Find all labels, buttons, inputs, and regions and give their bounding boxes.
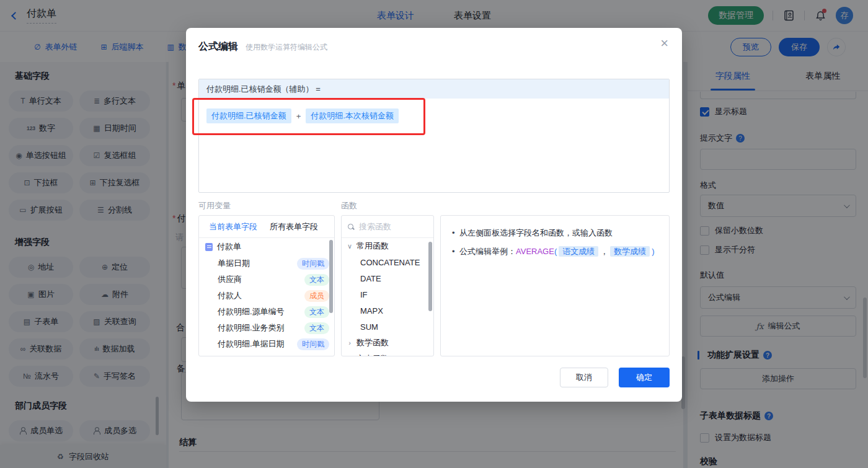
tips-panel: 从左侧面板选择字段名和函数，或输入函数 公式编辑举例：AVERAGE(语文成绩，… [440, 215, 670, 356]
modal-header: 公式编辑 使用数学运算符编辑公式 [198, 40, 327, 53]
example-field-chip: 语文成绩 [559, 246, 598, 257]
modal-subtitle: 使用数学运算符编辑公式 [246, 42, 327, 53]
chevron-open-icon: ∨ [347, 242, 353, 250]
close-icon[interactable]: × [660, 37, 668, 50]
function-search-box[interactable]: 搜索函数 [342, 216, 433, 238]
function-group-math[interactable]: › 数学函数 [342, 335, 433, 351]
variable-row[interactable]: 付款明细.单据日期 时间戳 [199, 336, 334, 352]
functions-label: 函数 [341, 200, 357, 211]
variables-tabs: 当前表单字段 所有表单字段 [199, 216, 334, 238]
variable-row[interactable]: 付款明细.源单编号 文本 [199, 304, 334, 320]
function-item[interactable]: MAPX [342, 302, 433, 319]
function-group-text[interactable]: › 文本函数 [342, 351, 433, 356]
functions-panel: 搜索函数 ∨ 常用函数 CONCATENATE DATE IF MAPX SUM… [341, 215, 434, 356]
formula-edit-modal: 公式编辑 使用数学运算符编辑公式 × 付款明细.已核销金额（辅助） = 付款明细… [186, 28, 682, 402]
chevron-closed-icon: › [347, 355, 353, 356]
cancel-button[interactable]: 取消 [560, 368, 608, 387]
function-item[interactable]: IF [342, 286, 433, 302]
type-badge-timestamp: 时间戳 [297, 258, 329, 270]
formula-expression[interactable]: 付款明细.已核销金额 + 付款明细.本次核销金额 [199, 99, 669, 133]
type-badge-text: 文本 [304, 306, 329, 318]
tip-line-1: 从左侧面板选择字段名和函数，或输入函数 [451, 227, 659, 239]
form-designer-app: 付款单 表单设计 表单设置 数据管理 [0, 0, 868, 468]
modal-title: 公式编辑 [198, 40, 238, 53]
plus-operator: + [296, 112, 301, 121]
type-badge-text: 文本 [304, 274, 329, 286]
function-item[interactable]: CONCATENATE [342, 254, 433, 270]
example-function-name: AVERAGE [516, 247, 554, 256]
search-placeholder: 搜索函数 [359, 221, 391, 232]
variable-tree-root[interactable]: 付款单 [199, 238, 334, 255]
function-item[interactable]: DATE [342, 270, 433, 286]
type-badge-timestamp: 时间戳 [297, 338, 329, 350]
tips-list: 从左侧面板选择字段名和函数，或输入函数 公式编辑举例：AVERAGE(语文成绩，… [441, 216, 669, 263]
functions-scrollbar-thumb[interactable] [428, 242, 432, 311]
chevron-closed-icon: › [347, 339, 353, 347]
variable-row[interactable]: 供应商 文本 [199, 272, 334, 288]
function-group-common[interactable]: ∨ 常用函数 [342, 238, 433, 254]
tip-line-2: 公式编辑举例：AVERAGE(语文成绩，数学成绩) [451, 245, 659, 258]
function-item[interactable]: SUM [342, 319, 433, 335]
variables-panel: 当前表单字段 所有表单字段 付款单 单据日期 时间戳 供应商 文本 付款人 成员… [198, 215, 335, 356]
formula-field-chip[interactable]: 付款明细.本次核销金额 [306, 108, 399, 123]
confirm-button[interactable]: 确定 [619, 368, 670, 387]
form-doc-icon [205, 243, 213, 251]
tab-all-form-fields[interactable]: 所有表单字段 [270, 221, 318, 232]
variable-row[interactable]: 单据日期 时间戳 [199, 255, 334, 272]
formula-editor[interactable]: 付款明细.已核销金额（辅助） = 付款明细.已核销金额 + 付款明细.本次核销金… [198, 79, 670, 193]
variable-row[interactable]: 付款明细.业务类别 文本 [199, 320, 334, 336]
variable-row[interactable]: 付款人 成员 [199, 288, 334, 304]
search-icon [348, 224, 354, 230]
formula-field-chip[interactable]: 付款明细.已核销金额 [206, 108, 291, 123]
type-badge-text: 文本 [304, 322, 329, 334]
variables-label: 可用变量 [198, 200, 231, 211]
formula-target: 付款明细.已核销金额（辅助） = [199, 79, 669, 99]
type-badge-member: 成员 [304, 290, 329, 302]
tab-current-form-fields[interactable]: 当前表单字段 [209, 221, 257, 232]
variables-scrollbar-thumb[interactable] [329, 240, 333, 313]
example-field-chip: 数学成绩 [610, 246, 650, 257]
